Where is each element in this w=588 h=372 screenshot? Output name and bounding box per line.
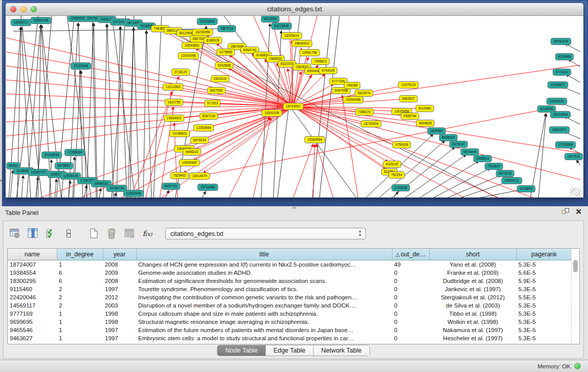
splitter-collapse-icon[interactable]	[1, 179, 3, 182]
graph-node-label: 10653287	[71, 16, 86, 20]
graph-node-label: 9498222	[185, 150, 199, 154]
graph-edge	[6, 106, 293, 108]
memory-ok-indicator-icon	[574, 363, 581, 369]
table-cell: Estimation of the future numbers of pati…	[136, 326, 392, 334]
column-visibility-button[interactable]	[27, 227, 39, 239]
graph-node-label: 917003	[207, 101, 218, 105]
table-cell: 1	[57, 326, 103, 334]
table-cell: 9463627	[8, 334, 57, 342]
graph-node-label: 9242848	[217, 63, 231, 67]
graph-node-label: 19958167	[94, 182, 109, 185]
table-cell: 0	[392, 326, 429, 334]
graph-node-label: 2803144	[213, 77, 227, 80]
table-cell: 0	[392, 277, 429, 285]
disabled-table-icon	[124, 228, 135, 239]
graph-node-label: 18325419	[285, 34, 299, 37]
graph-node-label: 3624574	[357, 91, 371, 95]
column-header-in_degree[interactable]: in_degree	[57, 249, 103, 260]
table-selector-value: citations_edges.txt	[170, 230, 224, 237]
graph-edge	[128, 16, 134, 198]
tab-node-table[interactable]: Node Table	[217, 345, 266, 356]
network-canvas[interactable]: 1405571720891406106532871527602946616110…	[6, 16, 583, 198]
table-row[interactable]: 1938455462009Genome-wide association stu…	[8, 269, 572, 277]
table-cell: 6	[57, 269, 103, 277]
table-cell: Genome-wide association studies in ADHD.	[136, 269, 392, 277]
table-row[interactable]: 946362711997Embryonic stem cells: a mode…	[8, 334, 572, 342]
graph-node-label: 20153346	[74, 64, 89, 68]
window-resize-grip[interactable]	[570, 188, 581, 196]
table-toolbar: f(x) citations_edges.txt ▲▼	[9, 225, 366, 242]
splitter-grip[interactable]	[292, 207, 296, 209]
table-row[interactable]: 977716911998Corpus callosum shape and si…	[8, 310, 572, 318]
graph-node-label: 8186328	[206, 38, 220, 42]
scrollbar-thumb[interactable]	[573, 260, 578, 272]
delete-table-button[interactable]	[105, 227, 118, 239]
table-row[interactable]: 1872400712008Changes of HCN gene express…	[8, 260, 572, 269]
table-cell: 0	[392, 334, 429, 342]
table-vertical-scrollbar[interactable]	[571, 249, 579, 344]
graph-node-label: 9756928	[395, 143, 408, 146]
table-selector-dropdown[interactable]: citations_edges.txt ▲▼	[165, 228, 366, 239]
graph-node-label: 8938923	[442, 136, 455, 139]
graph-edge	[403, 155, 466, 198]
import-table-button-disabled[interactable]	[123, 227, 136, 239]
table-panel: Table Panel ✕	[0, 206, 588, 360]
graph-node-label: 2935514	[476, 157, 489, 160]
column-header-pagerank[interactable]: pagerank	[516, 249, 572, 260]
graph-node-label: 1733426	[394, 186, 407, 189]
row-height-button[interactable]	[62, 227, 75, 239]
dropdown-stepper-icon: ▲▼	[358, 229, 362, 237]
column-header-title[interactable]: title	[136, 249, 392, 260]
select-mode-button[interactable]	[45, 227, 57, 239]
column-header-out_de[interactable]: △out_de…	[392, 249, 429, 260]
table-settings-button[interactable]	[9, 227, 21, 239]
column-header-short[interactable]: short	[429, 249, 516, 260]
tab-edge-table[interactable]: Edge Table	[266, 345, 313, 356]
table-cell: 1998	[103, 310, 136, 318]
network-graph-svg[interactable]: 1405571720891406106532871527602946616110…	[6, 16, 583, 198]
table-cell: 5.9E-5	[516, 277, 572, 285]
table-cell: 5.5E-5	[516, 293, 572, 301]
graph-edge	[154, 16, 162, 198]
table-cell: Franke et al. (2009)	[429, 269, 516, 277]
graph-node-label: 8912954	[179, 31, 192, 35]
graph-node-label: 9474444	[463, 150, 476, 154]
graph-edge	[120, 27, 127, 198]
function-builder-button[interactable]: f(x)	[141, 227, 154, 239]
table-cell: 0	[392, 285, 429, 293]
table-row[interactable]: 1456911722003Disruption of a novel membe…	[8, 301, 572, 310]
table-cell: de Silva et al. (2003)	[429, 301, 516, 310]
graph-node-label: 17016504	[558, 143, 573, 146]
column-header-year[interactable]: year	[103, 249, 136, 260]
table-cell: 5.3E-5	[516, 310, 572, 318]
graph-node-label: 9777169	[332, 79, 345, 83]
network-window-titlebar[interactable]: citations_edges.txt	[6, 3, 583, 16]
table-cell: Dudbridge et al. (2008)	[429, 277, 516, 285]
close-panel-icon[interactable]: ✕	[575, 208, 582, 215]
graph-node-label: 12505135	[63, 174, 78, 178]
column-header-name[interactable]: name	[8, 249, 57, 260]
table-row[interactable]: 969969511998Structural magnetic resonanc…	[8, 318, 572, 326]
table-panel-header: Table Panel ✕	[0, 206, 588, 220]
table-cell: 18724007	[8, 260, 57, 269]
graph-node-label: 5878334	[193, 138, 206, 142]
graph-node-label: 4115132	[386, 162, 399, 166]
new-table-button[interactable]	[88, 227, 100, 239]
graph-node-label: 7625402	[173, 173, 186, 177]
graph-node-label: 18724007	[286, 104, 301, 108]
graph-node-label: 12975115	[401, 83, 416, 86]
table-row[interactable]: 946554611997Estimation of the future num…	[8, 326, 572, 334]
graph-node-label: 7532621	[487, 164, 500, 168]
tab-network-table[interactable]: Network Table	[314, 345, 369, 356]
graph-edge	[228, 68, 293, 106]
table-cell: 2012	[103, 293, 136, 301]
graph-edge	[178, 87, 293, 106]
table-row[interactable]: 911546021997Tourette syndrome. Phenomeno…	[8, 285, 572, 293]
graph-node-label: 22420046	[181, 54, 196, 57]
table-row[interactable]: 1830029562008Estimation of significance …	[8, 277, 572, 285]
float-panel-icon[interactable]	[562, 208, 569, 215]
graph-node-label: 6794028	[321, 69, 335, 72]
table-cell: Tourette syndrome. Phenomenology and cla…	[136, 285, 392, 293]
table-row[interactable]: 2242004622012Investigating the contribut…	[8, 293, 572, 301]
table-cell: 5.3E-5	[516, 285, 572, 293]
